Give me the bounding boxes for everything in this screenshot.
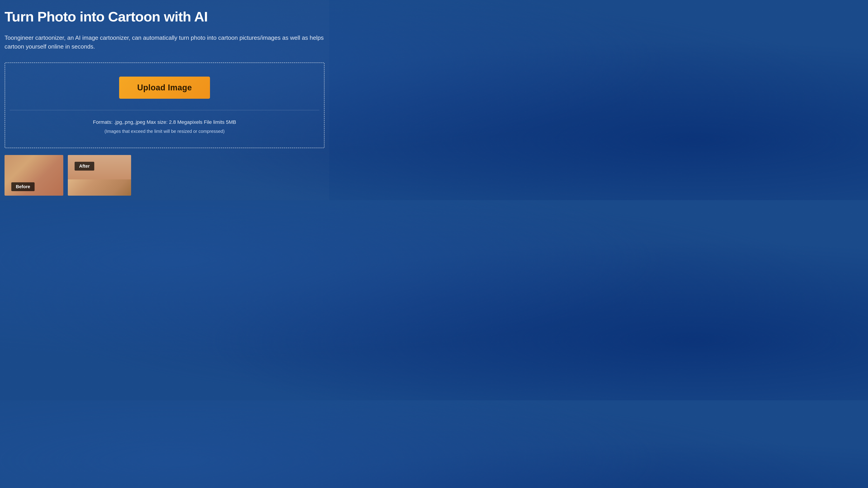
upload-note-text: (Images that exceed the limit will be re… [104,129,224,134]
page-title: Turn Photo into Cartoon with AI [4,9,324,24]
page-content: Turn Photo into Cartoon with AI Toongine… [0,0,329,200]
upload-button[interactable]: Upload Image [119,76,210,99]
after-image [68,155,131,196]
page-description: Toongineer cartoonizer, an AI image cart… [4,33,324,51]
before-badge: Before [11,182,35,191]
after-badge: After [74,162,94,170]
upload-zone[interactable]: Upload Image Formats: .jpg,.png,.jpeg Ma… [4,62,324,148]
comparison-wrapper: Before After [4,155,131,196]
before-after-container: Before After [4,155,324,196]
upload-formats-text: Formats: .jpg,.png,.jpeg Max size: 2.8 M… [93,119,236,125]
